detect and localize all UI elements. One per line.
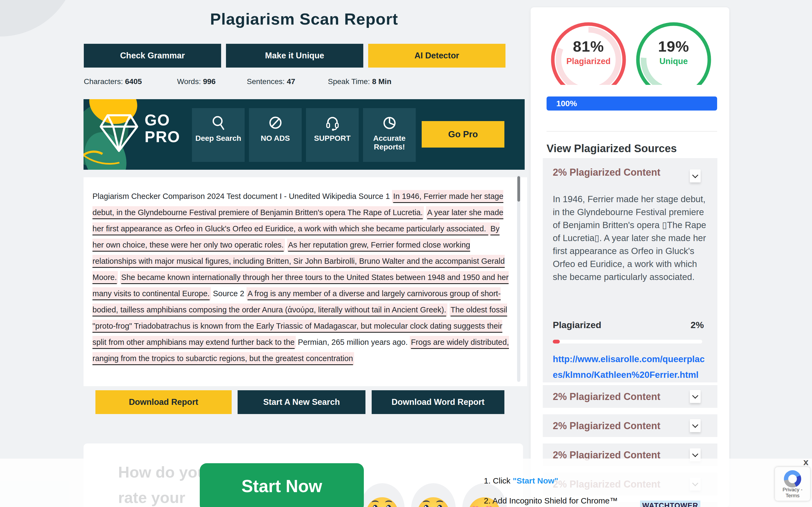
source-meter-value: 2% [691,320,704,330]
scanned-text-panel: Plagiarism Checker Comparison 2024 Test … [84,177,527,386]
search-icon [211,114,226,132]
stat-characters: Characters: 6405 [84,77,142,86]
pie-chart-icon [382,114,397,132]
scanned-text: Plagiarism Checker Comparison 2024 Test … [93,188,513,367]
start-new-search-button[interactable]: Start A New Search [237,390,366,414]
promo-overlay [0,459,812,507]
diamond-icon [99,111,139,154]
grinning-face-emoji [366,497,398,507]
go-pro-button[interactable]: Go Pro [422,121,504,148]
go-pro-logo: GO PRO [145,112,180,145]
source-title: 2% Plagiarized Content [553,420,660,432]
feature-tile-no-ads[interactable]: NO ADS [249,108,302,162]
results-sidebar: 81% Plagiarized 19% Unique 100% View Pla… [531,7,729,507]
expand-source-button[interactable] [690,390,701,403]
feature-tile-deep-search[interactable]: Deep Search [192,108,245,162]
unique-text-segment: Source 2 [211,289,247,298]
collapse-source-button[interactable] [690,169,701,182]
stat-words: Words: 996 [177,77,216,86]
watchtower-logo: WATCHTOWER [640,501,700,507]
source-card-expanded: 2% Plagiarized Content In 1946, Ferrier … [543,158,717,382]
expand-source-button[interactable] [690,419,701,432]
source-excerpt: In 1946, Ferrier made her stage debut, i… [553,193,709,283]
sources-heading: View Plagiarized Sources [547,143,677,155]
scrollbar[interactable] [517,175,520,382]
source-title: 2% Plagiarized Content [553,391,660,402]
instruction-step-2: 2. Add Incognito Shield for Chrome™ [484,496,618,505]
check-grammar-button[interactable]: Check Grammar [84,44,221,67]
source-url-link[interactable]: http://www.elisarolle.com/queerplaces/kl… [553,351,709,383]
no-ads-icon [268,114,283,132]
astonished-face-emoji [417,497,449,507]
source-meter-label: Plagiarized [553,320,601,330]
close-icon[interactable]: x [803,457,809,467]
chevron-down-icon [692,393,699,399]
chevron-down-icon [692,172,699,178]
recaptcha-privacy-terms[interactable]: Privacy - Terms [775,487,810,499]
recaptcha-badge[interactable]: Privacy - Terms [775,467,810,501]
source-card-collapsed: 2% Plagiarized Content [543,414,717,437]
feature-label: Accurate Reports! [367,134,413,151]
stat-speaktime: Speak Time: 8 Min [328,77,391,86]
unique-percent: 19% [636,38,711,55]
unique-gauge: 19% Unique [636,22,711,85]
ai-detector-button[interactable]: AI Detector [368,44,505,67]
headset-icon [325,114,340,132]
source-title: 2% Plagiarized Content [553,167,660,178]
unique-text-segment [285,240,287,249]
feature-label: SUPPORT [310,134,356,143]
unique-text-segment [447,305,449,314]
source-meter-track [553,340,702,343]
recaptcha-icon [784,470,801,488]
feature-label: Deep Search [196,134,241,143]
plagiarized-gauge: 81% Plagiarized [551,22,626,85]
go-pro-banner: GO PRO Deep SearchNO ADSSUPPORTAccurate … [84,99,525,170]
unique-text-segment: Permian, 265 million years ago. [296,338,410,346]
instruction-step-1: 1. Click "Start Now" [484,476,558,486]
chevron-down-icon [692,422,699,428]
feature-label: NO ADS [253,134,299,143]
source-meter-fill [553,340,560,343]
unique-text-segment: Plagiarism Checker Comparison 2024 Test … [93,192,392,201]
plagiarized-label: Plagiarized [551,56,626,66]
download-report-button[interactable]: Download Report [95,390,232,414]
stat-sentences: Sentences: 47 [247,77,295,86]
scan-progress-bar: 100% [547,97,717,111]
download-word-report-button[interactable]: Download Word Report [372,390,504,414]
unique-label: Unique [636,56,711,66]
feature-tile-support[interactable]: SUPPORT [306,108,359,162]
start-now-link[interactable]: "Start Now" [513,476,558,485]
source-card-collapsed: 2% Plagiarized Content [543,385,717,408]
chevron-down-icon [692,451,699,457]
unique-text-segment [424,208,426,217]
divider [547,131,717,132]
scrollbar-thumb[interactable] [518,176,520,202]
page-title: Plagiarism Scan Report [84,10,525,29]
start-now-button[interactable]: Start Now [200,463,364,507]
feature-tile-accurate-reports-[interactable]: Accurate Reports! [363,108,416,162]
make-it-unique-button[interactable]: Make it Unique [226,44,363,67]
plagiarized-percent: 81% [551,38,626,55]
corner-decoration [0,0,77,37]
